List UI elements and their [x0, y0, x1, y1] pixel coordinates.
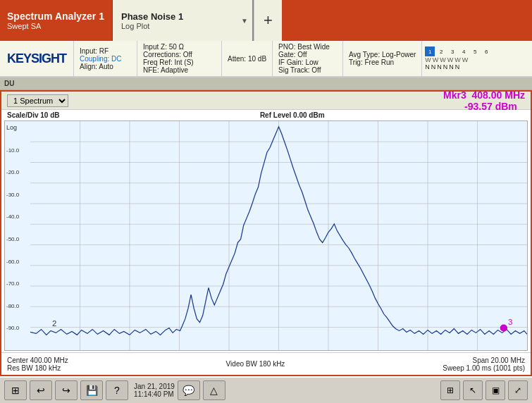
- taskbar: ⊞ ↩ ↪ 💾 ? Jan 21, 2019 11:14:40 PM 💬 △ ⊞…: [0, 376, 532, 403]
- mode-sub: Log Plot: [121, 22, 244, 30]
- channel-5-button[interactable]: 5: [470, 46, 480, 56]
- keysight-logo: KEYSIGHT: [0, 41, 74, 76]
- channel-number-row: 1 2 3 4 5 6: [425, 46, 491, 56]
- sig-track-label: Sig Track: Off: [278, 66, 337, 74]
- marker-3-dot: [500, 325, 507, 332]
- trig-label: Trig: Free Run: [349, 58, 416, 66]
- window-button[interactable]: ▣: [485, 380, 505, 400]
- input-z-info: Input Z: 50 Ω Corrections: Off Freq Ref:…: [137, 41, 222, 76]
- y-val-4: -40.0: [6, 213, 29, 220]
- instrument-name-line1: Spectrum Analyzer 1: [7, 11, 105, 22]
- y-axis-label-log: Log: [6, 124, 29, 131]
- bottom-right-info: Span 20.00 MHz Sweep 1.00 ms (1001 pts): [443, 356, 525, 372]
- speech-button[interactable]: 💬: [178, 380, 200, 400]
- instrument-name: Spectrum Analyzer 1 Swept SA: [0, 0, 113, 41]
- y-val-2: -20.0: [6, 169, 29, 175]
- info-bar: KEYSIGHT Input: RF Coupling: DC Align: A…: [0, 41, 532, 78]
- channel-3-button[interactable]: 3: [447, 46, 457, 56]
- sweep-label: Sweep 1.00 ms (1001 pts): [443, 364, 525, 372]
- input-info: Input: RF Coupling: DC Align: Auto: [74, 41, 137, 76]
- channel-1-button[interactable]: 1: [425, 46, 435, 56]
- save-button[interactable]: 💾: [80, 380, 103, 400]
- y-val-8: -80.0: [6, 303, 29, 309]
- taskbar-clock: 11:14:40 PM: [134, 390, 175, 398]
- res-bw-label: Res BW 180 kHz: [7, 364, 68, 372]
- alert-button[interactable]: △: [203, 380, 225, 400]
- span-label: Span 20.00 MHz: [472, 356, 525, 364]
- video-bw-label: Video BW 180 kHz: [226, 360, 285, 368]
- spectrum-trace: 2 3: [30, 121, 527, 350]
- channel-4-button[interactable]: 4: [459, 46, 469, 56]
- marker-freq: 408.00 MHz: [472, 89, 525, 101]
- input-label: Input: RF: [80, 47, 131, 55]
- if-gain-label: IF Gain: Low: [278, 58, 337, 66]
- atten-info: Atten: 10 dB: [222, 41, 273, 76]
- coupling-label: Coupling: DC: [80, 55, 131, 63]
- pointer-button[interactable]: ↖: [463, 380, 483, 400]
- marker-readout: Mkr3 408.00 MHz -93.57 dBm: [443, 89, 525, 112]
- grid-view-button[interactable]: ⊞: [440, 380, 460, 400]
- corrections-label: Corrections: Off: [143, 51, 216, 58]
- channel-2-button[interactable]: 2: [436, 46, 446, 56]
- bottom-left-info: Center 400.00 MHz Res BW 180 kHz: [7, 356, 68, 372]
- mode-tab[interactable]: Phase Noise 1 Log Plot ▼: [113, 0, 254, 41]
- marker-label: Mkr3: [443, 89, 469, 101]
- y-val-9: -90.0: [6, 325, 29, 331]
- spectrum-select-dropdown[interactable]: 1 Spectrum: [7, 94, 68, 107]
- dut-label: DU: [0, 78, 532, 90]
- plot-area: 2 3: [30, 121, 527, 350]
- y-val-3: -30.0: [6, 192, 29, 198]
- marker-3-label: 3: [508, 318, 512, 326]
- bottom-center-info: Video BW 180 kHz: [226, 360, 285, 368]
- taskbar-date: Jan 21, 2019: [134, 383, 175, 390]
- gate-label: Gate: Off: [278, 51, 337, 58]
- main-area: 1 Spectrum Mkr3 408.00 MHz -93.57 dBm Sc…: [0, 90, 532, 376]
- y-val-1: -10.0: [6, 147, 29, 154]
- taskbar-time: Jan 21, 2019 11:14:40 PM: [134, 383, 175, 398]
- channel-n-row: NNNNNN: [425, 63, 491, 70]
- chart-bottom: Center 400.00 MHz Res BW 180 kHz Video B…: [1, 352, 531, 375]
- taskbar-right: ⊞ ↖ ▣ ⤢: [440, 380, 528, 400]
- spectrum-left-noise: [30, 127, 527, 335]
- y-val-5: -50.0: [6, 236, 29, 242]
- y-axis: Log -10.0 -20.0 -30.0 -40.0 -50.0 -60.0 …: [5, 121, 30, 350]
- freq-ref-label: Freq Ref: Int (S): [143, 58, 216, 66]
- start-button[interactable]: ⊞: [4, 380, 27, 400]
- fullscreen-button[interactable]: ⤢: [508, 380, 528, 400]
- chart-labels-top: Scale/Div 10 dB Ref Level 0.00 dBm: [1, 110, 531, 120]
- chart-container: Log -10.0 -20.0 -30.0 -40.0 -50.0 -60.0 …: [4, 120, 528, 351]
- pno-label: PNO: Best Wide: [278, 43, 337, 51]
- help-button[interactable]: ?: [106, 380, 128, 400]
- y-val-6: -60.0: [6, 259, 29, 265]
- mode-dropdown-arrow[interactable]: ▼: [241, 17, 248, 25]
- undo-button[interactable]: ↩: [30, 380, 52, 400]
- redo-button[interactable]: ↪: [55, 380, 78, 400]
- marker-2-label: 2: [52, 319, 56, 328]
- spectrum-selector: 1 Spectrum Mkr3 408.00 MHz -93.57 dBm: [1, 92, 531, 110]
- mode-name: Phase Noise 1: [121, 11, 244, 22]
- atten-label: Atten: 10 dB: [228, 55, 266, 63]
- channel-6-button[interactable]: 6: [481, 46, 491, 56]
- pno-info: PNO: Best Wide Gate: Off IF Gain: Low Si…: [273, 41, 343, 76]
- dut-text: DU: [4, 80, 14, 87]
- channel-w-row: WWWWWW: [425, 56, 491, 63]
- y-val-7: -70.0: [6, 280, 29, 287]
- title-bar: Spectrum Analyzer 1 Swept SA Phase Noise…: [0, 0, 532, 41]
- scale-div-label: Scale/Div 10 dB: [7, 111, 59, 119]
- instrument-name-line2: Swept SA: [7, 22, 105, 30]
- ref-level-label: Ref Level 0.00 dBm: [260, 111, 325, 119]
- input-z-label: Input Z: 50 Ω: [143, 43, 216, 51]
- add-measurement-button[interactable]: +: [254, 0, 282, 41]
- channel-buttons: 1 2 3 4 5 6 WWWWWW NNNNNN: [422, 41, 494, 76]
- nfe-label: NFE: Adaptive: [143, 66, 216, 74]
- avg-type-label: Avg Type: Log-Power: [349, 51, 416, 58]
- center-freq-label: Center 400.00 MHz: [7, 356, 68, 364]
- align-label: Align: Auto: [80, 63, 131, 70]
- avg-info: Avg Type: Log-Power Trig: Free Run: [343, 41, 422, 76]
